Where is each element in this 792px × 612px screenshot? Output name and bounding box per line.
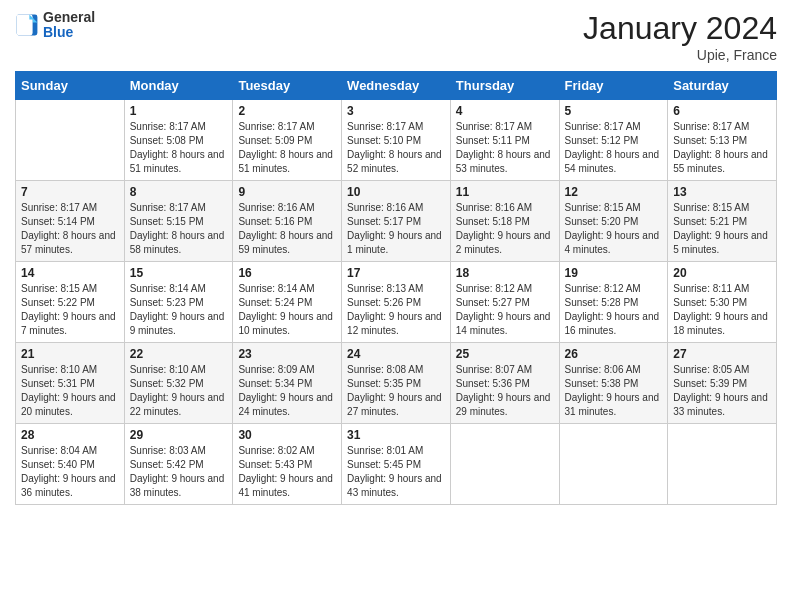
day-number: 25 bbox=[456, 347, 554, 361]
sunset-text: Sunset: 5:40 PM bbox=[21, 458, 119, 472]
daylight-text: Daylight: 9 hours and 36 minutes. bbox=[21, 472, 119, 500]
day-number: 4 bbox=[456, 104, 554, 118]
daylight-text: Daylight: 8 hours and 51 minutes. bbox=[130, 148, 228, 176]
sunrise-text: Sunrise: 8:17 AM bbox=[347, 120, 445, 134]
day-cell: 26Sunrise: 8:06 AMSunset: 5:38 PMDayligh… bbox=[559, 343, 668, 424]
daylight-text: Daylight: 9 hours and 4 minutes. bbox=[565, 229, 663, 257]
weekday-header-row: Sunday Monday Tuesday Wednesday Thursday… bbox=[16, 72, 777, 100]
sunset-text: Sunset: 5:20 PM bbox=[565, 215, 663, 229]
sunset-text: Sunset: 5:13 PM bbox=[673, 134, 771, 148]
daylight-text: Daylight: 8 hours and 55 minutes. bbox=[673, 148, 771, 176]
day-number: 15 bbox=[130, 266, 228, 280]
day-number: 17 bbox=[347, 266, 445, 280]
day-cell: 18Sunrise: 8:12 AMSunset: 5:27 PMDayligh… bbox=[450, 262, 559, 343]
sunrise-text: Sunrise: 8:10 AM bbox=[21, 363, 119, 377]
header-monday: Monday bbox=[124, 72, 233, 100]
day-cell: 25Sunrise: 8:07 AMSunset: 5:36 PMDayligh… bbox=[450, 343, 559, 424]
sunrise-text: Sunrise: 8:07 AM bbox=[456, 363, 554, 377]
day-cell: 12Sunrise: 8:15 AMSunset: 5:20 PMDayligh… bbox=[559, 181, 668, 262]
daylight-text: Daylight: 9 hours and 38 minutes. bbox=[130, 472, 228, 500]
day-cell: 30Sunrise: 8:02 AMSunset: 5:43 PMDayligh… bbox=[233, 424, 342, 505]
sunrise-text: Sunrise: 8:17 AM bbox=[456, 120, 554, 134]
sunrise-text: Sunrise: 8:05 AM bbox=[673, 363, 771, 377]
calendar-table: Sunday Monday Tuesday Wednesday Thursday… bbox=[15, 71, 777, 505]
day-cell: 14Sunrise: 8:15 AMSunset: 5:22 PMDayligh… bbox=[16, 262, 125, 343]
week-row-1: 1Sunrise: 8:17 AMSunset: 5:08 PMDaylight… bbox=[16, 100, 777, 181]
daylight-text: Daylight: 8 hours and 53 minutes. bbox=[456, 148, 554, 176]
header-thursday: Thursday bbox=[450, 72, 559, 100]
day-number: 19 bbox=[565, 266, 663, 280]
header-tuesday: Tuesday bbox=[233, 72, 342, 100]
sunset-text: Sunset: 5:30 PM bbox=[673, 296, 771, 310]
day-cell: 23Sunrise: 8:09 AMSunset: 5:34 PMDayligh… bbox=[233, 343, 342, 424]
day-cell: 21Sunrise: 8:10 AMSunset: 5:31 PMDayligh… bbox=[16, 343, 125, 424]
day-cell bbox=[668, 424, 777, 505]
day-number: 16 bbox=[238, 266, 336, 280]
sunset-text: Sunset: 5:43 PM bbox=[238, 458, 336, 472]
month-title: January 2024 bbox=[583, 10, 777, 47]
sunset-text: Sunset: 5:11 PM bbox=[456, 134, 554, 148]
week-row-4: 21Sunrise: 8:10 AMSunset: 5:31 PMDayligh… bbox=[16, 343, 777, 424]
day-info: Sunrise: 8:17 AMSunset: 5:08 PMDaylight:… bbox=[130, 120, 228, 176]
sunrise-text: Sunrise: 8:15 AM bbox=[673, 201, 771, 215]
day-cell: 29Sunrise: 8:03 AMSunset: 5:42 PMDayligh… bbox=[124, 424, 233, 505]
sunrise-text: Sunrise: 8:08 AM bbox=[347, 363, 445, 377]
day-info: Sunrise: 8:04 AMSunset: 5:40 PMDaylight:… bbox=[21, 444, 119, 500]
sunset-text: Sunset: 5:09 PM bbox=[238, 134, 336, 148]
day-cell: 6Sunrise: 8:17 AMSunset: 5:13 PMDaylight… bbox=[668, 100, 777, 181]
sunset-text: Sunset: 5:24 PM bbox=[238, 296, 336, 310]
day-number: 22 bbox=[130, 347, 228, 361]
sunrise-text: Sunrise: 8:14 AM bbox=[238, 282, 336, 296]
sunrise-text: Sunrise: 8:17 AM bbox=[130, 120, 228, 134]
header-friday: Friday bbox=[559, 72, 668, 100]
day-number: 6 bbox=[673, 104, 771, 118]
sunrise-text: Sunrise: 8:15 AM bbox=[565, 201, 663, 215]
day-number: 29 bbox=[130, 428, 228, 442]
sunset-text: Sunset: 5:21 PM bbox=[673, 215, 771, 229]
day-info: Sunrise: 8:02 AMSunset: 5:43 PMDaylight:… bbox=[238, 444, 336, 500]
sunrise-text: Sunrise: 8:15 AM bbox=[21, 282, 119, 296]
sunset-text: Sunset: 5:45 PM bbox=[347, 458, 445, 472]
daylight-text: Daylight: 9 hours and 22 minutes. bbox=[130, 391, 228, 419]
daylight-text: Daylight: 9 hours and 10 minutes. bbox=[238, 310, 336, 338]
calendar-page: General Blue January 2024 Upie, France S… bbox=[0, 0, 792, 612]
day-info: Sunrise: 8:05 AMSunset: 5:39 PMDaylight:… bbox=[673, 363, 771, 419]
sunrise-text: Sunrise: 8:06 AM bbox=[565, 363, 663, 377]
daylight-text: Daylight: 9 hours and 16 minutes. bbox=[565, 310, 663, 338]
sunrise-text: Sunrise: 8:01 AM bbox=[347, 444, 445, 458]
sunrise-text: Sunrise: 8:17 AM bbox=[21, 201, 119, 215]
week-row-3: 14Sunrise: 8:15 AMSunset: 5:22 PMDayligh… bbox=[16, 262, 777, 343]
day-info: Sunrise: 8:07 AMSunset: 5:36 PMDaylight:… bbox=[456, 363, 554, 419]
day-number: 13 bbox=[673, 185, 771, 199]
day-info: Sunrise: 8:16 AMSunset: 5:17 PMDaylight:… bbox=[347, 201, 445, 257]
day-number: 14 bbox=[21, 266, 119, 280]
day-cell: 16Sunrise: 8:14 AMSunset: 5:24 PMDayligh… bbox=[233, 262, 342, 343]
day-number: 2 bbox=[238, 104, 336, 118]
day-info: Sunrise: 8:15 AMSunset: 5:20 PMDaylight:… bbox=[565, 201, 663, 257]
day-cell: 11Sunrise: 8:16 AMSunset: 5:18 PMDayligh… bbox=[450, 181, 559, 262]
title-block: January 2024 Upie, France bbox=[583, 10, 777, 63]
sunrise-text: Sunrise: 8:17 AM bbox=[130, 201, 228, 215]
daylight-text: Daylight: 9 hours and 2 minutes. bbox=[456, 229, 554, 257]
day-number: 18 bbox=[456, 266, 554, 280]
day-number: 12 bbox=[565, 185, 663, 199]
day-info: Sunrise: 8:17 AMSunset: 5:10 PMDaylight:… bbox=[347, 120, 445, 176]
day-number: 21 bbox=[21, 347, 119, 361]
day-number: 20 bbox=[673, 266, 771, 280]
day-cell: 7Sunrise: 8:17 AMSunset: 5:14 PMDaylight… bbox=[16, 181, 125, 262]
day-info: Sunrise: 8:17 AMSunset: 5:11 PMDaylight:… bbox=[456, 120, 554, 176]
sunrise-text: Sunrise: 8:11 AM bbox=[673, 282, 771, 296]
daylight-text: Daylight: 9 hours and 33 minutes. bbox=[673, 391, 771, 419]
day-cell: 22Sunrise: 8:10 AMSunset: 5:32 PMDayligh… bbox=[124, 343, 233, 424]
sunrise-text: Sunrise: 8:10 AM bbox=[130, 363, 228, 377]
daylight-text: Daylight: 9 hours and 27 minutes. bbox=[347, 391, 445, 419]
daylight-text: Daylight: 9 hours and 24 minutes. bbox=[238, 391, 336, 419]
sunset-text: Sunset: 5:17 PM bbox=[347, 215, 445, 229]
day-cell: 28Sunrise: 8:04 AMSunset: 5:40 PMDayligh… bbox=[16, 424, 125, 505]
day-number: 28 bbox=[21, 428, 119, 442]
day-cell bbox=[559, 424, 668, 505]
page-header: General Blue January 2024 Upie, France bbox=[15, 10, 777, 63]
sunset-text: Sunset: 5:26 PM bbox=[347, 296, 445, 310]
sunset-text: Sunset: 5:31 PM bbox=[21, 377, 119, 391]
sunrise-text: Sunrise: 8:16 AM bbox=[238, 201, 336, 215]
